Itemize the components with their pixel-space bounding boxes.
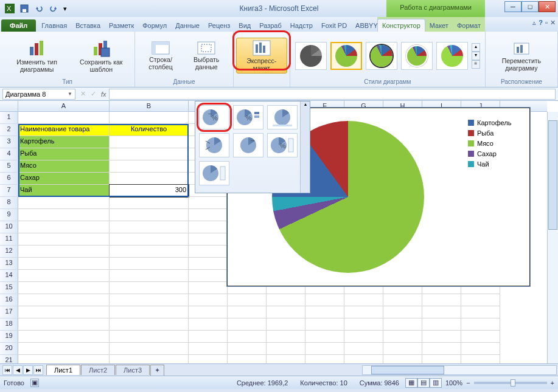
cell-B7[interactable]: 300	[110, 185, 189, 197]
cell[interactable]	[228, 294, 267, 306]
nav-last-icon[interactable]: ⏭	[33, 365, 43, 375]
row-10[interactable]: 10	[0, 221, 18, 233]
cell-A14[interactable]	[18, 270, 110, 282]
cell[interactable]	[189, 221, 228, 233]
cell[interactable]	[189, 270, 228, 282]
new-sheet-button[interactable]: ✦	[150, 365, 164, 376]
layout-option-5[interactable]: –	[233, 133, 263, 157]
formula-input[interactable]	[109, 89, 556, 100]
cell[interactable]	[344, 343, 383, 355]
cell[interactable]	[383, 331, 422, 343]
cell-A9[interactable]	[18, 209, 110, 221]
row-2[interactable]: 2	[0, 124, 18, 136]
cell-B16[interactable]	[110, 294, 189, 306]
change-chart-type-button[interactable]: Изменить тип диаграммы	[5, 37, 69, 74]
horizontal-scrollbar[interactable]	[165, 365, 558, 375]
cell[interactable]	[228, 331, 267, 343]
cell[interactable]	[344, 306, 383, 318]
legend-item[interactable]: Чай	[468, 160, 521, 168]
cell[interactable]	[189, 246, 228, 258]
cell-B14[interactable]	[110, 270, 189, 282]
minimize-button[interactable]: ─	[504, 1, 521, 12]
row-15[interactable]: 15	[0, 282, 18, 294]
zoom-level[interactable]: 100%	[445, 379, 462, 387]
cell-B17[interactable]	[110, 306, 189, 318]
cell[interactable]	[189, 343, 228, 355]
name-box[interactable]: Диаграмма 8 ▼	[2, 89, 75, 100]
cell[interactable]	[422, 294, 461, 306]
chart-style-5[interactable]	[436, 42, 468, 70]
cell[interactable]	[461, 318, 500, 331]
help-icon[interactable]: ?	[539, 19, 543, 27]
row-3[interactable]: 3	[0, 136, 18, 148]
cell-A3[interactable]: Картофель	[18, 136, 110, 148]
v-scroll-thumb[interactable]	[548, 120, 557, 230]
cell-A19[interactable]	[18, 331, 110, 343]
cell[interactable]	[267, 318, 305, 331]
tab-developer[interactable]: Разраб	[255, 19, 286, 32]
cell[interactable]	[305, 318, 344, 331]
fx-icon[interactable]: fx	[99, 91, 109, 98]
legend-item[interactable]: Рыба	[468, 129, 521, 137]
cell[interactable]	[228, 343, 267, 355]
cell-A8[interactable]	[18, 197, 110, 209]
tab-home[interactable]: Главная	[37, 19, 71, 32]
cell-B10[interactable]	[110, 221, 189, 233]
layout-option-1[interactable]: –%	[199, 105, 229, 129]
qat-customize-icon[interactable]: ▾	[61, 2, 69, 15]
cell-A5[interactable]: Мясо	[18, 160, 110, 173]
cell-B3[interactable]	[110, 136, 189, 148]
col-A[interactable]: A	[18, 101, 110, 111]
nav-first-icon[interactable]: ⏮	[2, 365, 12, 375]
chart-style-4[interactable]	[401, 42, 433, 70]
row-17[interactable]: 17	[0, 306, 18, 318]
select-data-button[interactable]: Выбрать данные	[185, 40, 228, 72]
cell-B13[interactable]	[110, 258, 189, 270]
mdi-restore-icon[interactable]: ▫	[545, 19, 548, 27]
cell[interactable]	[305, 294, 344, 306]
cell[interactable]	[383, 343, 422, 355]
macro-record-icon[interactable]: ▣	[30, 379, 39, 387]
cell-A7[interactable]: Чай	[18, 185, 110, 197]
move-chart-button[interactable]: Переместить диаграмму	[490, 38, 553, 73]
undo-icon[interactable]	[32, 2, 46, 15]
cell[interactable]	[422, 343, 461, 355]
layout-option-7[interactable]	[199, 161, 229, 185]
sheet-tab-2[interactable]: Лист2	[81, 365, 115, 375]
cell[interactable]	[305, 306, 344, 318]
save-icon[interactable]	[18, 2, 31, 15]
cell-A16[interactable]	[18, 294, 110, 306]
quick-layout-button[interactable]: Экспресс-макет	[236, 38, 287, 74]
cell[interactable]	[189, 197, 228, 209]
cell[interactable]	[344, 331, 383, 343]
zoom-thumb[interactable]	[511, 379, 515, 387]
row-1[interactable]: 1	[0, 112, 18, 124]
cell-A12[interactable]	[18, 246, 110, 258]
tab-data[interactable]: Данные	[171, 19, 204, 32]
cell[interactable]	[228, 318, 267, 331]
layout-option-2[interactable]: %	[233, 105, 263, 129]
row-13[interactable]: 13	[0, 258, 18, 270]
sheet-tab-1[interactable]: Лист1	[46, 365, 80, 375]
cell-A20[interactable]	[18, 343, 110, 355]
layout-option-4[interactable]	[199, 133, 229, 157]
switch-row-col-button[interactable]: Строка/столбец	[140, 40, 181, 72]
tab-review[interactable]: Реценз	[204, 19, 234, 32]
cell[interactable]	[383, 306, 422, 318]
view-pagelayout-icon[interactable]: ▤	[417, 378, 430, 388]
cell[interactable]	[267, 331, 305, 343]
nav-prev-icon[interactable]: ◀	[13, 365, 23, 375]
cell-A15[interactable]	[18, 282, 110, 294]
row-19[interactable]: 19	[0, 331, 18, 343]
layout-gallery-scrollbar[interactable]: ▴	[300, 101, 310, 193]
cell[interactable]	[189, 209, 228, 221]
cell-A13[interactable]	[18, 258, 110, 270]
row-7[interactable]: 7	[0, 185, 18, 197]
tab-addins[interactable]: Надстр	[286, 19, 317, 32]
cell[interactable]	[228, 306, 267, 318]
cell[interactable]	[305, 343, 344, 355]
cell[interactable]	[383, 318, 422, 331]
cell-A4[interactable]: Рыба	[18, 148, 110, 160]
layout-option-3[interactable]	[267, 105, 298, 129]
select-all-corner[interactable]	[0, 101, 18, 112]
